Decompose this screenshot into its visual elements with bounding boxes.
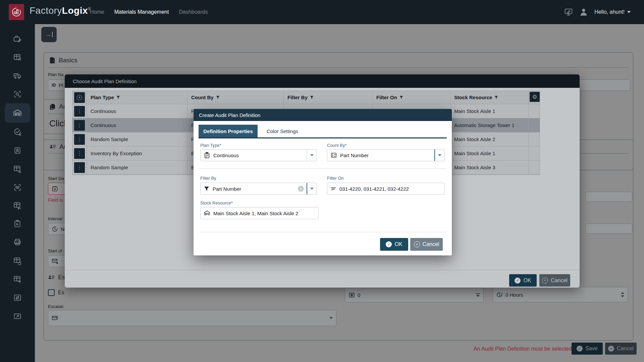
escalation-emails-input[interactable] (48, 310, 336, 326)
row-menu-button[interactable]: ⋮ (74, 148, 85, 159)
tab-definition-properties[interactable]: Definition Properties (199, 125, 258, 137)
save-button[interactable]: ✓ Save (572, 343, 603, 355)
row-menu-button[interactable]: ⋮ (74, 134, 85, 145)
right-side-input-2[interactable] (585, 224, 632, 234)
nav-dashboards[interactable]: Dashboards (179, 9, 208, 15)
dropdown-arrow-icon[interactable] (329, 317, 333, 319)
factorylogix-logo[interactable] (9, 4, 24, 20)
cell-stock-resource[interactable]: Automatic Storage Tower 1 (450, 118, 529, 132)
cell-settings (529, 118, 540, 132)
filter-funnel-icon[interactable] (310, 96, 314, 99)
envelope-alert-icon (52, 315, 58, 321)
create-modal-cancel-button[interactable]: × Cancel (410, 238, 443, 251)
stock-resource-input[interactable]: Main Stock Aisle 1, Main Stock Aisle 2 (200, 207, 319, 219)
cell-stock-resource[interactable]: Main Stock Aisle 3 (450, 161, 529, 175)
count-spinner[interactable] (476, 293, 480, 297)
sidebar-item-printer[interactable] (5, 234, 30, 251)
filter-on-value: 031-4220, 031-4221, 032-4222 (339, 186, 409, 192)
plan-type-dropdown-button[interactable] (307, 149, 317, 161)
filter-funnel-icon[interactable] (399, 96, 403, 99)
col-header-filter-on[interactable]: Filter On (373, 91, 450, 104)
sidebar-item-truck-check[interactable] (5, 67, 30, 84)
x-circle-icon: × (414, 241, 420, 247)
cell-stock-resource[interactable]: Main Stock Aisle 2 (450, 132, 529, 146)
top-navbar: FactoryLogix® Home Materials Management … (0, 0, 644, 24)
add-row-button[interactable]: + (74, 92, 85, 103)
row-menu-button[interactable]: ⋮ (74, 162, 85, 173)
sidebar-item-briefcase-edit[interactable] (5, 30, 30, 48)
nav-home[interactable]: Home (90, 9, 104, 15)
x-circle-icon: × (608, 346, 614, 352)
sidebar-item-barcode-scan[interactable] (5, 179, 30, 196)
filter-on-input[interactable]: 031-4220, 031-4221, 032-4222 (327, 183, 445, 195)
choose-modal-cancel-button[interactable]: × Cancel (539, 274, 570, 287)
monitor-edit-icon[interactable] (564, 8, 573, 16)
sidebar-item-clipboard-arrow[interactable] (5, 215, 30, 233)
choose-modal-ok-button[interactable]: ✓ OK (509, 274, 537, 287)
escalation-count-input[interactable]: 0 (345, 288, 484, 302)
sidebar-item-table-refresh[interactable] (5, 252, 30, 269)
page-cancel-button[interactable]: × Cancel (605, 343, 637, 355)
sidebar-item-warehouse[interactable] (5, 103, 30, 123)
filter-funnel-icon[interactable] (216, 96, 220, 99)
row-menu-button[interactable]: ⋮ (74, 120, 85, 131)
filter-funnel-icon[interactable] (494, 96, 498, 99)
basics-title: Basics (59, 57, 77, 64)
count-by-select[interactable]: 12 Part Number (327, 149, 445, 161)
sidebar-item-table-arrow-right[interactable] (5, 160, 30, 178)
col-header-filter-by[interactable]: Filter By (284, 91, 373, 104)
count-by-label: Count By* (327, 143, 347, 148)
sidebar-item-table-transfer[interactable] (5, 289, 30, 306)
warehouse-icon (13, 108, 22, 118)
count-by-dropdown-button[interactable] (434, 149, 444, 161)
col-header-count-by[interactable]: Count By (187, 91, 284, 104)
header-add-cell: + (72, 91, 87, 104)
left-sidebar (0, 24, 35, 362)
nav-materials-management[interactable]: Materials Management (114, 9, 169, 15)
navbar-right: Hello, ahunt! (564, 0, 631, 24)
right-side-input-1[interactable] (585, 192, 632, 202)
check-circle-icon: ✓ (386, 241, 392, 247)
sidebar-item-table-x[interactable] (5, 49, 30, 66)
cell-stock-resource[interactable]: Main Stock Aisle 1 (450, 104, 529, 118)
cell-plan-type[interactable]: Random Sample (87, 132, 187, 146)
barcode-scan-icon (13, 183, 22, 192)
scan-search-icon (13, 90, 22, 99)
kebab-icon: ⋮ (77, 136, 82, 142)
cell-plan-type[interactable]: Random Sample (87, 161, 187, 175)
filter-funnel-icon[interactable] (116, 96, 120, 99)
grid-settings-button[interactable]: ⚙ (530, 92, 540, 102)
hours-spinner[interactable] (621, 292, 624, 297)
filter-by-select[interactable]: Part Number × (200, 183, 317, 195)
panel-collapse-toggle[interactable]: → (41, 27, 57, 42)
clear-filter-icon[interactable]: × (298, 186, 304, 192)
plan-type-select[interactable]: Continuous (200, 149, 317, 161)
user-menu[interactable]: Hello, ahunt! (594, 9, 631, 15)
filter-by-dropdown-button[interactable] (307, 183, 317, 194)
cell-stock-resource[interactable]: Main Stock Aisle 1 (450, 146, 529, 161)
table-plus-icon (13, 275, 22, 284)
cell-plan-type[interactable]: Continuous (87, 118, 187, 132)
table-header-row: + Plan Type Count By Filter By Filter On… (72, 91, 540, 104)
user-icon[interactable] (579, 7, 588, 17)
col-header-plan-type[interactable]: Plan Type (87, 91, 187, 104)
sidebar-item-table-arrow-left[interactable] (5, 197, 30, 214)
tab-color-settings[interactable]: Color Settings (262, 125, 303, 137)
sidebar-item-check-plus[interactable] (5, 123, 30, 141)
cell-settings (529, 132, 540, 146)
hours-input[interactable]: 0 Hours (493, 287, 628, 302)
create-modal-ok-button[interactable]: ✓ OK (380, 238, 408, 251)
col-header-stock-resource[interactable]: Stock Resource (450, 91, 529, 104)
sidebar-item-box-arrow[interactable] (5, 307, 30, 325)
sidebar-item-table-plus[interactable] (5, 270, 30, 288)
audit-definition-header: Au (49, 103, 67, 110)
sidebar-item-scan-search[interactable] (5, 85, 30, 103)
plan-name-value: Pl (59, 82, 63, 88)
filter-funnel-icon (204, 186, 210, 192)
table-transfer-icon (13, 293, 22, 302)
cell-plan-type[interactable]: Inventory By Exception (87, 146, 187, 161)
sidebar-item-id-card[interactable] (5, 142, 30, 159)
row-menu-button[interactable]: ⋮ (74, 106, 85, 117)
cell-plan-type[interactable]: Continuous (87, 104, 187, 118)
escalation-checkbox[interactable] (48, 289, 55, 296)
